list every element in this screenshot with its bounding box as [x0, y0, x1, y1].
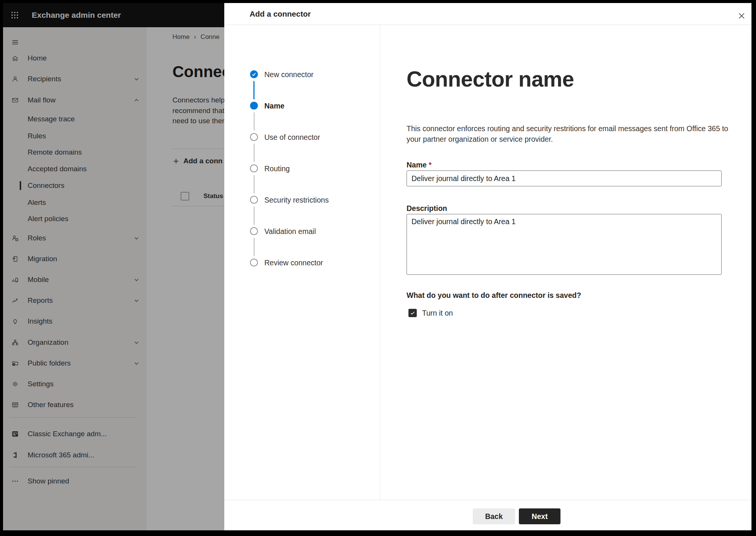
step-connector-line: [254, 238, 255, 256]
step-new-connector[interactable]: New connector: [224, 69, 376, 80]
wizard-page-heading: Connector name: [407, 67, 574, 91]
turn-it-on-checkbox[interactable]: [408, 309, 417, 317]
after-save-question: What do you want to do after connector i…: [407, 291, 581, 300]
step-review-connector[interactable]: Review connector: [224, 257, 376, 268]
dialog-footer-divider: [224, 500, 751, 500]
step-pending-icon: [250, 196, 258, 204]
turn-it-on-label: Turn it on: [422, 308, 453, 318]
step-validation-email[interactable]: Validation email: [224, 226, 376, 237]
step-connector-line: [254, 144, 255, 162]
wizard-steps-pane: New connector Name Use of connector Rout…: [224, 25, 380, 500]
step-connector-line: [253, 81, 255, 99]
exchange-admin-window: Exchange admin center Home Recipients Ma…: [3, 3, 751, 530]
step-use-of-connector[interactable]: Use of connector: [224, 132, 376, 143]
close-icon[interactable]: [737, 11, 746, 20]
dialog-title: Add a connector: [250, 3, 311, 25]
required-marker: *: [429, 161, 432, 169]
step-name[interactable]: Name: [224, 101, 376, 111]
step-connector-line: [254, 175, 255, 194]
step-pending-icon: [250, 227, 258, 235]
step-pending-icon: [250, 133, 258, 141]
step-connector-line: [254, 206, 255, 225]
screen: Exchange admin center Home Recipients Ma…: [0, 0, 756, 536]
back-button[interactable]: Back: [473, 508, 515, 524]
step-current-icon: [250, 102, 258, 110]
name-input[interactable]: [407, 170, 722, 186]
step-pending-icon: [250, 259, 258, 266]
add-connector-dialog: Add a connector New connector Name Use o…: [224, 3, 751, 530]
step-pending-icon: [250, 164, 258, 172]
step-routing[interactable]: Routing: [224, 163, 376, 174]
step-connector-line: [254, 112, 255, 131]
next-button[interactable]: Next: [519, 508, 560, 524]
wizard-page-intro: This connector enforces routing and secu…: [407, 123, 734, 144]
step-security-restrictions[interactable]: Security restrictions: [224, 195, 376, 205]
name-field-label: Name *: [407, 161, 432, 169]
step-completed-icon: [250, 70, 258, 78]
description-textarea[interactable]: Deliver journal directly to Area 1: [407, 214, 722, 275]
description-field-label: Description: [407, 204, 447, 213]
